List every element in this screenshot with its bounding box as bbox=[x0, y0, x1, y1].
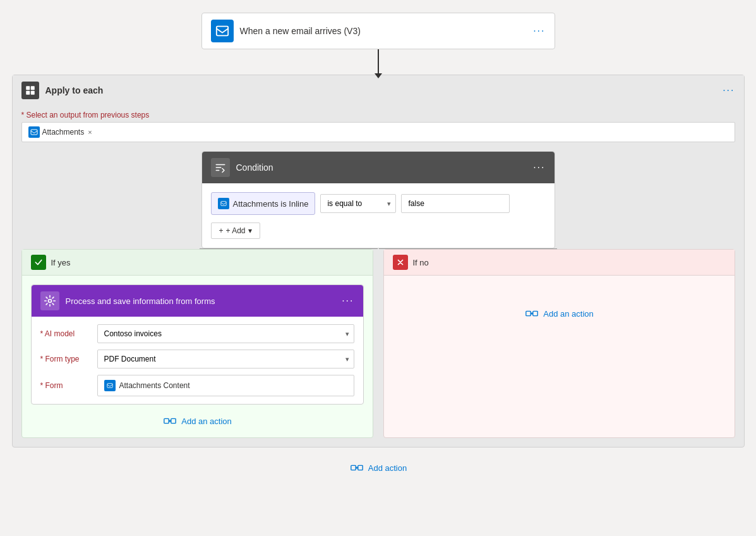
plus-icon: + bbox=[219, 226, 224, 235]
condition-field-text: Attachments is Inline bbox=[233, 199, 309, 209]
add-action-yes-label: Add an action bbox=[181, 417, 232, 426]
ai-model-label: AI model bbox=[40, 329, 91, 338]
svg-rect-14 bbox=[358, 465, 363, 470]
branch-no: If no bbox=[383, 249, 735, 438]
form-type-select-wrapper: PDF Document bbox=[97, 350, 354, 368]
branches-row: If yes bbox=[21, 249, 735, 438]
process-block: Process and save information from forms … bbox=[31, 284, 364, 405]
attachment-tag-close[interactable]: × bbox=[88, 128, 92, 136]
chevron-down-icon: ▾ bbox=[248, 226, 252, 235]
connector-arrow bbox=[378, 49, 379, 75]
condition-field: Attachments is Inline bbox=[211, 192, 316, 215]
svg-rect-6 bbox=[220, 202, 225, 206]
process-body: AI model Contoso invoices Form bbox=[32, 317, 363, 404]
trigger-icon bbox=[211, 20, 234, 42]
condition-row: Attachments is Inline is equal to is not… bbox=[211, 192, 546, 215]
select-output-label: * Select an output from previous steps bbox=[21, 111, 735, 119]
attachment-tag-text: Attachments bbox=[42, 128, 85, 137]
attachment-tag-icon bbox=[28, 126, 40, 138]
condition-value[interactable]: false bbox=[401, 194, 510, 213]
add-action-bottom-label: Add action bbox=[368, 463, 407, 473]
form-value: Attachments Content bbox=[119, 381, 190, 390]
condition-ellipsis[interactable]: ··· bbox=[533, 162, 545, 173]
condition-header: Condition ··· bbox=[202, 152, 555, 183]
branch-yes: If yes bbox=[21, 249, 373, 438]
apply-each-title: Apply to each bbox=[45, 85, 717, 95]
branch-yes-header: If yes bbox=[22, 250, 373, 276]
form-label: Form bbox=[40, 381, 91, 390]
bottom-add-action: Add action bbox=[349, 460, 407, 488]
apply-each-container: Apply to each ··· * Select an output fro… bbox=[12, 75, 745, 448]
branch-no-header: If no bbox=[384, 250, 735, 276]
yes-icon bbox=[31, 255, 46, 270]
condition-field-icon bbox=[218, 198, 229, 209]
svg-rect-3 bbox=[26, 91, 30, 95]
svg-rect-1 bbox=[26, 86, 30, 90]
attachment-tag: Attachments × bbox=[28, 126, 92, 138]
ai-model-row: AI model Contoso invoices bbox=[40, 324, 354, 343]
svg-rect-10 bbox=[171, 418, 176, 423]
add-action-no-label: Add an action bbox=[543, 309, 594, 319]
condition-title: Condition bbox=[236, 162, 527, 173]
no-icon bbox=[393, 255, 408, 270]
apply-each-icon bbox=[21, 82, 39, 99]
form-type-row: Form type PDF Document bbox=[40, 350, 354, 368]
condition-block: Condition ··· bbox=[201, 151, 555, 248]
svg-rect-11 bbox=[526, 311, 531, 315]
branch-no-label: If no bbox=[413, 258, 429, 267]
condition-add-button[interactable]: + + Add ▾ bbox=[211, 222, 260, 239]
svg-rect-2 bbox=[30, 86, 34, 90]
ai-model-select-wrapper: Contoso invoices bbox=[97, 324, 354, 343]
add-action-yes[interactable]: Add an action bbox=[162, 413, 232, 429]
svg-rect-9 bbox=[164, 418, 169, 423]
condition-operator[interactable]: is equal to is not equal to contains bbox=[320, 194, 396, 213]
form-field-icon bbox=[104, 380, 116, 391]
add-action-no-icon bbox=[524, 306, 539, 321]
branch-yes-body: Process and save information from forms … bbox=[22, 276, 373, 437]
form-field[interactable]: Attachments Content bbox=[97, 375, 354, 396]
svg-rect-0 bbox=[216, 27, 227, 36]
process-title: Process and save information from forms bbox=[66, 296, 336, 306]
add-action-no[interactable]: Add an action bbox=[524, 306, 594, 321]
apply-each-body: * Select an output from previous steps A… bbox=[13, 106, 744, 447]
svg-rect-4 bbox=[30, 91, 34, 95]
condition-icon bbox=[211, 158, 230, 177]
process-ellipsis[interactable]: ··· bbox=[342, 295, 354, 307]
add-label: + Add bbox=[226, 226, 246, 235]
form-row: Form At bbox=[40, 375, 354, 396]
svg-rect-12 bbox=[533, 311, 537, 315]
svg-rect-5 bbox=[31, 130, 37, 135]
form-type-select[interactable]: PDF Document bbox=[97, 350, 354, 368]
svg-rect-13 bbox=[351, 465, 356, 470]
process-icon bbox=[40, 291, 59, 310]
process-header: Process and save information from forms … bbox=[32, 285, 363, 317]
ai-model-select[interactable]: Contoso invoices bbox=[97, 324, 354, 343]
form-type-label: Form type bbox=[40, 355, 91, 363]
add-action-bottom-icon bbox=[349, 460, 364, 475]
branch-no-body: Add an action bbox=[384, 276, 735, 351]
svg-point-7 bbox=[48, 300, 51, 303]
condition-operator-wrapper: is equal to is not equal to contains bbox=[320, 194, 396, 213]
condition-body: Attachments is Inline is equal to is not… bbox=[202, 183, 555, 248]
canvas: When a new email arrives (V3) ··· Apply … bbox=[0, 0, 756, 501]
trigger-ellipsis[interactable]: ··· bbox=[533, 25, 545, 37]
trigger-title: When a new email arrives (V3) bbox=[240, 26, 527, 36]
select-output-input[interactable]: Attachments × bbox=[21, 122, 735, 142]
add-action-bottom[interactable]: Add action bbox=[349, 460, 407, 475]
add-action-yes-icon bbox=[162, 413, 177, 429]
trigger-block: When a new email arrives (V3) ··· bbox=[201, 13, 555, 49]
apply-each-ellipsis[interactable]: ··· bbox=[723, 85, 735, 96]
apply-each-header: Apply to each ··· bbox=[13, 75, 744, 106]
svg-rect-8 bbox=[107, 384, 112, 388]
branch-yes-label: If yes bbox=[51, 258, 71, 267]
